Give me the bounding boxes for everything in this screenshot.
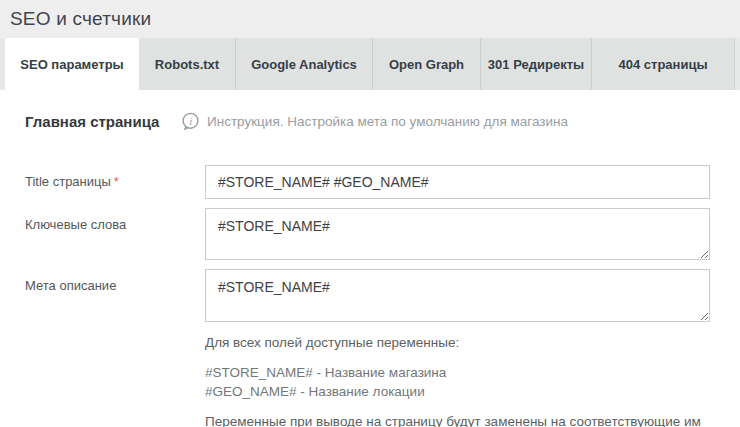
variable-store-name: #STORE_NAME# - Название магазина: [205, 363, 740, 382]
keywords-field-label: Ключевые слова: [25, 208, 205, 260]
title-field-label: Title страницы*: [25, 165, 205, 199]
page-title: SEO и счетчики: [10, 8, 151, 30]
tab-robots-txt[interactable]: Robots.txt: [139, 38, 236, 90]
tab-301-redirects[interactable]: 301 Редиректы: [481, 38, 592, 90]
instruction-text: Инструкция. Настройка мета по умолчанию …: [207, 114, 568, 129]
meta-description-textarea[interactable]: #STORE_NAME#: [205, 269, 710, 322]
meta-description-field-label: Мета описание: [25, 269, 205, 322]
tab-seo-params[interactable]: SEO параметры: [5, 38, 139, 90]
page-title-input[interactable]: [205, 165, 710, 199]
tab-google-analytics[interactable]: Google Analytics: [236, 38, 373, 90]
variables-help-block: Для всех полей доступные переменные: #ST…: [205, 335, 740, 427]
meta-description-field-row: Мета описание #STORE_NAME#: [25, 269, 740, 322]
required-asterisk: *: [114, 174, 119, 189]
page-header: SEO и счетчики: [0, 0, 740, 38]
title-field-row: Title страницы*: [25, 165, 740, 199]
section-head: Главная страница i Инструкция. Настройка…: [25, 111, 740, 131]
tab-404-pages[interactable]: 404 страницы: [592, 38, 735, 90]
section-heading: Главная страница: [25, 113, 181, 130]
title-field-label-text: Title страницы: [25, 174, 111, 189]
variable-geo-name: #GEO_NAME# - Название локации: [205, 382, 740, 401]
variables-help-note: Переменные при выводе на страницу будут …: [205, 414, 740, 427]
keywords-field-row: Ключевые слова #STORE_NAME#: [25, 208, 740, 260]
tabbar: SEO параметры Robots.txt Google Analytic…: [0, 38, 740, 90]
info-bubble-icon[interactable]: i: [181, 112, 200, 131]
svg-text:i: i: [189, 115, 192, 126]
seo-params-panel: Главная страница i Инструкция. Настройка…: [0, 90, 740, 427]
tab-open-graph[interactable]: Open Graph: [373, 38, 481, 90]
keywords-textarea[interactable]: #STORE_NAME#: [205, 208, 710, 260]
variables-help-intro: Для всех полей доступные переменные:: [205, 335, 740, 350]
variables-list: #STORE_NAME# - Название магазина #GEO_NA…: [205, 363, 740, 401]
